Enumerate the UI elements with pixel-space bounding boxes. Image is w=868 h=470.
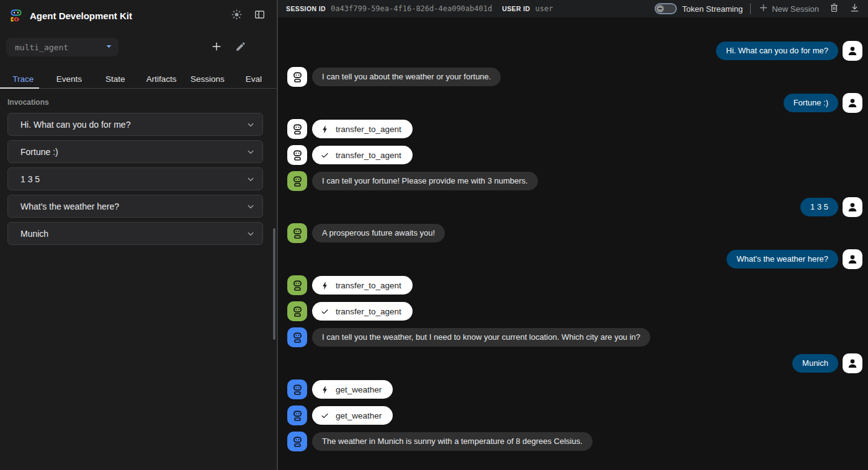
robot-icon <box>291 435 304 448</box>
user-message-row: What's the weather here? <box>287 249 862 269</box>
agent-select[interactable]: multi_agent <box>6 38 119 56</box>
robot-icon <box>291 149 304 162</box>
invocation-label: 1 3 5 <box>20 174 40 184</box>
plus-icon <box>210 40 223 55</box>
chevron-down-icon <box>245 174 256 185</box>
new-session-button[interactable]: New Session <box>758 2 819 15</box>
bot-message-bubble: I can tell your fortune! Please provide … <box>312 172 538 190</box>
agent-avatar-weather <box>287 432 307 451</box>
bot-message-row: The weather in Munich is sunny with a te… <box>287 432 862 451</box>
robot-icon <box>291 71 304 84</box>
person-icon <box>846 45 859 57</box>
tab-sessions[interactable]: Sessions <box>184 69 230 88</box>
user-message-row: Hi. What can you do for me? <box>287 41 862 61</box>
tab-eval[interactable]: Eval <box>231 69 277 88</box>
invocation-item[interactable]: What's the weather here? <box>7 195 263 218</box>
tab-artifacts[interactable]: Artifacts <box>138 69 184 88</box>
invocation-item[interactable]: Fortune :) <box>7 140 263 163</box>
export-session-button[interactable] <box>849 2 860 15</box>
edit-agent-button[interactable] <box>233 39 248 56</box>
tool-name: transfer_to_agent <box>336 307 401 316</box>
invocation-label: Munich <box>20 229 48 239</box>
dock-panel-icon <box>254 9 266 22</box>
agent-avatar-fortune <box>287 301 307 321</box>
user-message-row: Fortune :) <box>287 93 862 113</box>
check-icon <box>320 411 329 420</box>
robot-icon <box>291 123 304 136</box>
delete-session-button[interactable] <box>829 2 839 15</box>
bolt-icon <box>320 125 329 134</box>
tab-label: State <box>105 74 125 84</box>
theme-toggle-button[interactable] <box>229 7 244 24</box>
tool-call-chip[interactable]: get_weather <box>312 380 393 399</box>
tool-call-chip[interactable]: get_weather <box>312 406 393 425</box>
bot-message-bubble: The weather in Munich is sunny with a te… <box>312 432 593 451</box>
person-icon <box>846 357 859 370</box>
bot-message-row: get_weather <box>287 406 862 425</box>
vertical-divider <box>750 3 751 14</box>
tab-trace[interactable]: Trace <box>0 69 46 88</box>
bot-message-row: get_weather <box>287 379 862 399</box>
agent-avatar-weather <box>287 379 307 399</box>
bot-message-row: transfer_to_agent <box>287 301 862 321</box>
tool-call-chip[interactable]: transfer_to_agent <box>312 146 413 164</box>
tool-call-chip[interactable]: transfer_to_agent <box>312 302 413 321</box>
invocation-label: Hi. What can you do for me? <box>20 120 130 130</box>
tool-call-chip[interactable]: transfer_to_agent <box>312 120 413 138</box>
session-id-value: 0a43f799-59ea-4f16-826d-4ea090ab401d <box>331 4 492 13</box>
agent-avatar-fortune <box>287 171 307 191</box>
token-streaming-toggle[interactable] <box>655 3 677 14</box>
new-session-plus-button[interactable] <box>208 38 225 56</box>
user-avatar <box>843 197 862 217</box>
tab-label: Trace <box>12 74 34 84</box>
invocation-label: Fortune :) <box>20 147 58 157</box>
agent-avatar-weather <box>287 327 307 347</box>
collapse-sidebar-button[interactable] <box>252 7 267 24</box>
robot-icon <box>291 175 304 188</box>
agent-avatar-root <box>287 145 307 165</box>
tool-name: get_weather <box>336 385 382 394</box>
user-avatar <box>843 249 862 269</box>
user-message-row: 1 3 5 <box>287 197 862 217</box>
tab-label: Sessions <box>190 74 225 84</box>
session-bar: SESSION ID 0a43f799-59ea-4f16-826d-4ea09… <box>278 0 868 17</box>
user-id-value: user <box>535 4 553 13</box>
chevron-down-icon <box>245 228 256 239</box>
invocation-item[interactable]: Hi. What can you do for me? <box>7 113 263 136</box>
invocations-heading: Invocations <box>0 98 277 107</box>
tab-events[interactable]: Events <box>46 69 92 88</box>
agent-avatar-root <box>287 67 307 87</box>
user-id-label: USER ID <box>502 5 530 12</box>
user-message-bubble: Hi. What can you do for me? <box>716 42 838 60</box>
robot-icon <box>291 409 304 422</box>
app-title: Agent Development Kit <box>30 11 132 21</box>
user-message-row: Munich <box>287 353 862 373</box>
plus-icon <box>758 2 769 15</box>
bot-message-bubble: A prosperous future awaits you! <box>312 224 445 242</box>
tab-state[interactable]: State <box>92 69 138 88</box>
bolt-icon <box>320 281 329 290</box>
tab-label: Eval <box>246 74 262 84</box>
invocation-item[interactable]: Munich <box>7 222 263 245</box>
robot-icon <box>291 331 304 344</box>
bot-message-row: transfer_to_agent <box>287 145 862 165</box>
user-message-bubble: Munich <box>792 354 838 373</box>
session-controls: Token Streaming New Session <box>655 2 860 15</box>
new-session-label: New Session <box>772 4 819 14</box>
invocation-item[interactable]: 1 3 5 <box>7 167 263 190</box>
user-avatar <box>843 41 862 61</box>
sidebar-scrollbar[interactable] <box>273 228 275 340</box>
tool-call-chip[interactable]: transfer_to_agent <box>312 276 413 295</box>
bolt-icon <box>320 385 329 394</box>
adk-robot-logo-icon <box>9 8 24 23</box>
sun-icon <box>231 9 243 22</box>
bot-message-row: I can tell you about the weather or your… <box>287 67 862 87</box>
adk-web-app: Agent Development Kit <box>0 0 868 470</box>
bot-message-row: I can tell your fortune! Please provide … <box>287 171 862 191</box>
robot-icon <box>291 227 304 240</box>
bot-message-row: transfer_to_agent <box>287 119 862 139</box>
user-message-bubble: Fortune :) <box>784 94 838 112</box>
person-icon <box>846 201 859 213</box>
user-message-bubble: What's the weather here? <box>727 250 838 268</box>
bot-message-bubble: I can tell you about the weather or your… <box>312 68 501 86</box>
